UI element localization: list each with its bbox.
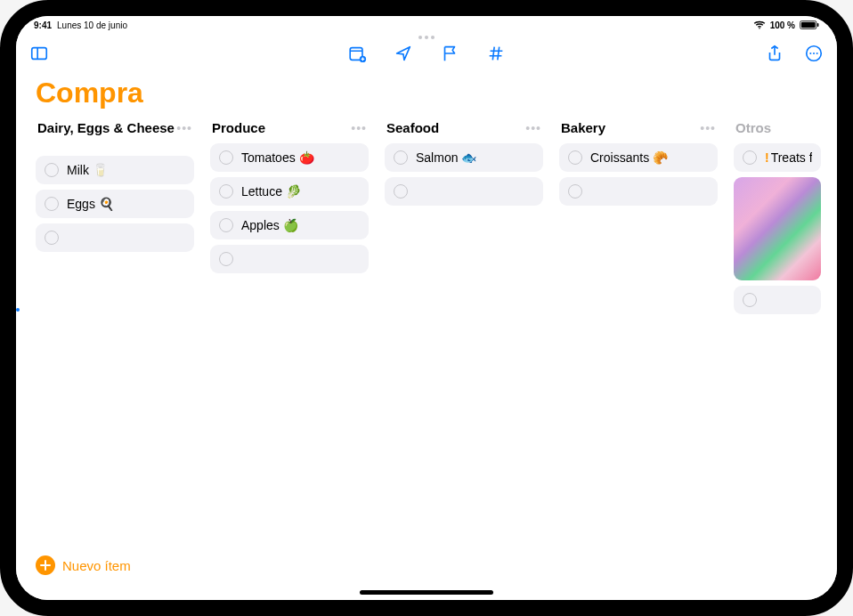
list-item[interactable]: Eggs 🍳 xyxy=(36,190,194,218)
empty-item[interactable] xyxy=(210,245,369,273)
list-item[interactable]: Lettuce 🥬 xyxy=(210,177,369,206)
ipad-frame: 9:41 Lunes 10 de junio 100 % xyxy=(0,0,853,616)
new-item-label: Nuevo ítem xyxy=(62,558,131,573)
items-list: Milk 🥛Eggs 🍳 xyxy=(36,156,194,252)
list-item[interactable]: Salmon 🐟 xyxy=(385,143,543,172)
svg-point-0 xyxy=(759,28,760,29)
list-item[interactable]: Croissants 🥐 xyxy=(559,143,718,172)
new-item-button[interactable]: Nuevo ítem xyxy=(36,555,131,575)
complete-radio[interactable] xyxy=(394,184,408,199)
empty-item[interactable] xyxy=(559,177,718,206)
complete-radio[interactable] xyxy=(568,150,582,165)
item-text: Croissants 🥐 xyxy=(590,150,668,165)
plus-icon xyxy=(36,555,55,575)
flag-button[interactable] xyxy=(437,41,462,66)
item-text: Milk 🥛 xyxy=(67,163,108,177)
location-button[interactable] xyxy=(391,41,416,66)
list-item[interactable]: !Treats for t xyxy=(734,143,821,172)
svg-point-14 xyxy=(809,53,811,54)
status-left: 9:41 Lunes 10 de junio xyxy=(34,20,127,30)
complete-radio[interactable] xyxy=(45,197,59,211)
complete-radio[interactable] xyxy=(568,184,582,199)
list-item[interactable]: Apples 🍏 xyxy=(210,211,369,239)
complete-radio[interactable] xyxy=(743,150,757,165)
complete-radio[interactable] xyxy=(219,184,233,199)
column-title[interactable]: Otros xyxy=(735,120,771,136)
wifi-icon xyxy=(753,20,766,29)
side-marker xyxy=(16,308,20,312)
column-title[interactable]: Produce xyxy=(212,120,265,136)
column-menu-icon[interactable]: ••• xyxy=(176,120,192,134)
more-button[interactable] xyxy=(801,41,826,66)
status-date: Lunes 10 de junio xyxy=(57,20,127,30)
priority-icon: ! xyxy=(765,150,769,165)
column-header: Seafood••• xyxy=(385,120,543,143)
svg-line-12 xyxy=(498,47,500,61)
sidebar-toggle-button[interactable] xyxy=(27,41,52,66)
item-text: Salmon 🐟 xyxy=(416,150,476,165)
list-item[interactable]: Milk 🥛 xyxy=(36,156,194,184)
column-header: Produce••• xyxy=(210,120,369,143)
item-text: Tomatoes 🍅 xyxy=(241,150,314,165)
columns-container: Dairy, Eggs & Cheese•••Milk 🥛Eggs 🍳 Prod… xyxy=(16,120,837,600)
item-text: Eggs 🍳 xyxy=(67,197,114,211)
toolbar xyxy=(16,34,837,73)
item-text: !Treats for t xyxy=(765,150,812,165)
svg-point-15 xyxy=(813,53,815,54)
items-list: Tomatoes 🍅Lettuce 🥬Apples 🍏 xyxy=(210,143,369,273)
column: Otros!Treats for t xyxy=(734,120,821,600)
item-text: Lettuce 🥬 xyxy=(241,184,301,199)
calendar-button[interactable] xyxy=(345,41,370,66)
list-item[interactable]: Tomatoes 🍅 xyxy=(210,143,369,172)
column: Dairy, Eggs & Cheese•••Milk 🥛Eggs 🍳 xyxy=(36,120,194,600)
column-menu-icon[interactable]: ••• xyxy=(525,120,541,134)
complete-radio[interactable] xyxy=(45,163,59,177)
column-title[interactable]: Dairy, Eggs & Cheese xyxy=(37,120,175,136)
column: Produce•••Tomatoes 🍅Lettuce 🥬Apples 🍏 xyxy=(210,120,369,600)
column-menu-icon[interactable]: ••• xyxy=(351,120,367,134)
empty-item[interactable] xyxy=(734,286,821,314)
share-button[interactable] xyxy=(762,41,787,66)
status-time: 9:41 xyxy=(34,20,52,30)
complete-radio[interactable] xyxy=(219,252,233,266)
complete-radio[interactable] xyxy=(743,293,757,307)
column: Bakery•••Croissants 🥐 xyxy=(559,120,718,600)
battery-icon xyxy=(800,20,819,29)
items-list: Salmon 🐟 xyxy=(385,143,543,206)
column-title[interactable]: Seafood xyxy=(386,120,439,136)
item-text: Apples 🍏 xyxy=(241,218,298,232)
complete-radio[interactable] xyxy=(45,231,59,245)
svg-rect-2 xyxy=(801,22,816,28)
svg-line-11 xyxy=(492,47,494,61)
column: Seafood•••Salmon 🐟 xyxy=(385,120,543,600)
svg-point-16 xyxy=(816,53,818,54)
column-menu-icon[interactable]: ••• xyxy=(700,120,716,134)
column-title[interactable]: Bakery xyxy=(561,120,605,136)
item-image-thumbnail[interactable] xyxy=(734,177,821,280)
items-list: Croissants 🥐 xyxy=(559,143,718,206)
battery-percent: 100 % xyxy=(770,20,795,30)
hashtag-button[interactable] xyxy=(483,41,508,66)
list-title: Compra xyxy=(16,73,837,120)
complete-radio[interactable] xyxy=(394,150,408,165)
status-bar: 9:41 Lunes 10 de junio 100 % xyxy=(16,16,837,34)
empty-item[interactable] xyxy=(36,223,194,252)
status-right: 100 % xyxy=(753,20,819,30)
complete-radio[interactable] xyxy=(219,218,233,232)
items-list: !Treats for t xyxy=(734,143,821,172)
empty-item[interactable] xyxy=(385,177,543,206)
column-header: Otros xyxy=(734,120,821,143)
svg-rect-4 xyxy=(32,48,47,60)
column-header: Dairy, Eggs & Cheese••• xyxy=(36,120,194,156)
home-indicator[interactable] xyxy=(360,590,493,595)
column-header: Bakery••• xyxy=(559,120,718,143)
screen: 9:41 Lunes 10 de junio 100 % xyxy=(16,16,837,600)
complete-radio[interactable] xyxy=(219,150,233,165)
svg-rect-3 xyxy=(817,23,819,27)
